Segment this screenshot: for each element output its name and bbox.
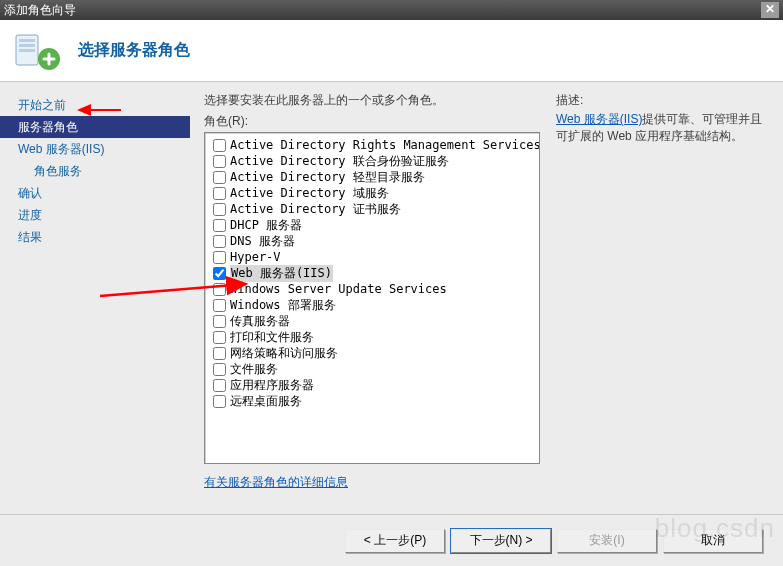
install-button: 安装(I): [557, 529, 657, 553]
description-link[interactable]: Web 服务器(IIS): [556, 112, 642, 126]
sidebar-item-2[interactable]: Web 服务器(IIS): [0, 138, 190, 160]
role-item[interactable]: Windows 部署服务: [213, 297, 533, 313]
next-button[interactable]: 下一步(N) >: [451, 529, 551, 553]
description-title: 描述:: [556, 92, 771, 109]
svg-rect-3: [19, 49, 35, 52]
role-label: Active Directory Rights Management Servi…: [230, 138, 540, 152]
role-item[interactable]: Active Directory 轻型目录服务: [213, 169, 533, 185]
role-label: 打印和文件服务: [230, 329, 314, 346]
role-item[interactable]: 传真服务器: [213, 313, 533, 329]
roles-listbox[interactable]: Active Directory Rights Management Servi…: [204, 132, 540, 464]
sidebar-item-3[interactable]: 角色服务: [0, 160, 190, 182]
role-item[interactable]: DNS 服务器: [213, 233, 533, 249]
role-label: Hyper-V: [230, 250, 281, 264]
role-item[interactable]: Active Directory 联合身份验证服务: [213, 153, 533, 169]
role-label: Windows 部署服务: [230, 297, 336, 314]
role-label: 文件服务: [230, 361, 278, 378]
role-label: DHCP 服务器: [230, 217, 302, 234]
role-label: Active Directory 轻型目录服务: [230, 169, 425, 186]
role-label: DNS 服务器: [230, 233, 295, 250]
more-info-link[interactable]: 有关服务器角色的详细信息: [204, 474, 348, 491]
role-label: Active Directory 域服务: [230, 185, 389, 202]
role-label: Active Directory 证书服务: [230, 201, 401, 218]
role-checkbox[interactable]: [213, 219, 226, 232]
role-checkbox[interactable]: [213, 299, 226, 312]
role-checkbox[interactable]: [213, 187, 226, 200]
role-checkbox[interactable]: [213, 235, 226, 248]
svg-rect-1: [19, 39, 35, 42]
description-body: Web 服务器(IIS)提供可靠、可管理并且可扩展的 Web 应用程序基础结构。: [556, 111, 771, 145]
wizard-sidebar: 开始之前服务器角色Web 服务器(IIS)角色服务确认进度结果: [0, 82, 190, 514]
role-item[interactable]: Windows Server Update Services: [213, 281, 533, 297]
sidebar-item-0[interactable]: 开始之前: [0, 94, 190, 116]
wizard-footer: < 上一步(P) 下一步(N) > 安装(I) 取消: [0, 514, 783, 566]
role-checkbox[interactable]: [213, 331, 226, 344]
role-item[interactable]: DHCP 服务器: [213, 217, 533, 233]
role-checkbox[interactable]: [213, 347, 226, 360]
role-checkbox[interactable]: [213, 251, 226, 264]
svg-rect-2: [19, 44, 35, 47]
role-label: Windows Server Update Services: [230, 282, 447, 296]
role-checkbox[interactable]: [213, 363, 226, 376]
role-checkbox[interactable]: [213, 203, 226, 216]
role-checkbox[interactable]: [213, 395, 226, 408]
window-title: 添加角色向导: [4, 2, 761, 19]
role-checkbox[interactable]: [213, 155, 226, 168]
wizard-body: 开始之前服务器角色Web 服务器(IIS)角色服务确认进度结果 选择要安装在此服…: [0, 82, 783, 514]
role-label: Web 服务器(IIS): [230, 265, 333, 282]
role-checkbox[interactable]: [213, 283, 226, 296]
role-item[interactable]: Web 服务器(IIS): [213, 265, 533, 281]
wizard-main: 选择要安装在此服务器上的一个或多个角色。 角色(R): Active Direc…: [190, 82, 783, 514]
role-item[interactable]: 网络策略和访问服务: [213, 345, 533, 361]
sidebar-item-6[interactable]: 结果: [0, 226, 190, 248]
sidebar-item-4[interactable]: 确认: [0, 182, 190, 204]
role-checkbox[interactable]: [213, 267, 226, 280]
role-label: 网络策略和访问服务: [230, 345, 338, 362]
sidebar-item-1[interactable]: 服务器角色: [0, 116, 190, 138]
server-role-icon: [12, 29, 64, 73]
role-checkbox[interactable]: [213, 139, 226, 152]
role-item[interactable]: Active Directory Rights Management Servi…: [213, 137, 533, 153]
cancel-button[interactable]: 取消: [663, 529, 763, 553]
back-button[interactable]: < 上一步(P): [345, 529, 445, 553]
close-icon[interactable]: ✕: [761, 2, 779, 18]
role-item[interactable]: Hyper-V: [213, 249, 533, 265]
role-label: Active Directory 联合身份验证服务: [230, 153, 449, 170]
role-item[interactable]: Active Directory 证书服务: [213, 201, 533, 217]
wizard-header: 选择服务器角色: [0, 20, 783, 82]
role-checkbox[interactable]: [213, 171, 226, 184]
role-checkbox[interactable]: [213, 379, 226, 392]
role-label: 远程桌面服务: [230, 393, 302, 410]
role-item[interactable]: Active Directory 域服务: [213, 185, 533, 201]
role-item[interactable]: 文件服务: [213, 361, 533, 377]
roles-label: 角色(R):: [204, 113, 540, 130]
sidebar-item-5[interactable]: 进度: [0, 204, 190, 226]
role-item[interactable]: 打印和文件服务: [213, 329, 533, 345]
role-label: 传真服务器: [230, 313, 290, 330]
page-title: 选择服务器角色: [78, 40, 190, 61]
role-item[interactable]: 远程桌面服务: [213, 393, 533, 409]
instruction-text: 选择要安装在此服务器上的一个或多个角色。: [204, 92, 540, 109]
role-label: 应用程序服务器: [230, 377, 314, 394]
role-checkbox[interactable]: [213, 315, 226, 328]
titlebar: 添加角色向导 ✕: [0, 0, 783, 20]
role-item[interactable]: 应用程序服务器: [213, 377, 533, 393]
